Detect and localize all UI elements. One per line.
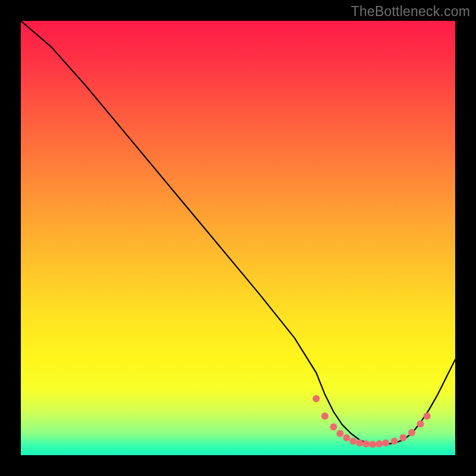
marker-point (337, 430, 344, 437)
watermark-text: TheBottleneck.com (351, 4, 470, 20)
marker-point (399, 434, 406, 441)
marker-point (343, 434, 350, 441)
marker-point (321, 412, 328, 419)
marker-point (424, 412, 431, 419)
marker-point (408, 429, 415, 436)
marker-point (391, 438, 398, 445)
marker-point (369, 441, 376, 448)
marker-point (330, 424, 337, 431)
marker-point (350, 438, 357, 445)
plot-area (21, 21, 455, 455)
chart-stage: TheBottleneck.com (0, 0, 476, 476)
marker-point (375, 440, 383, 447)
marker-group (312, 395, 430, 448)
curve-layer (21, 21, 455, 455)
marker-point (362, 440, 369, 447)
marker-point (417, 420, 424, 427)
marker-point (356, 440, 363, 447)
mismatch-curve (21, 21, 455, 444)
marker-point (312, 395, 320, 402)
marker-point (382, 440, 389, 447)
